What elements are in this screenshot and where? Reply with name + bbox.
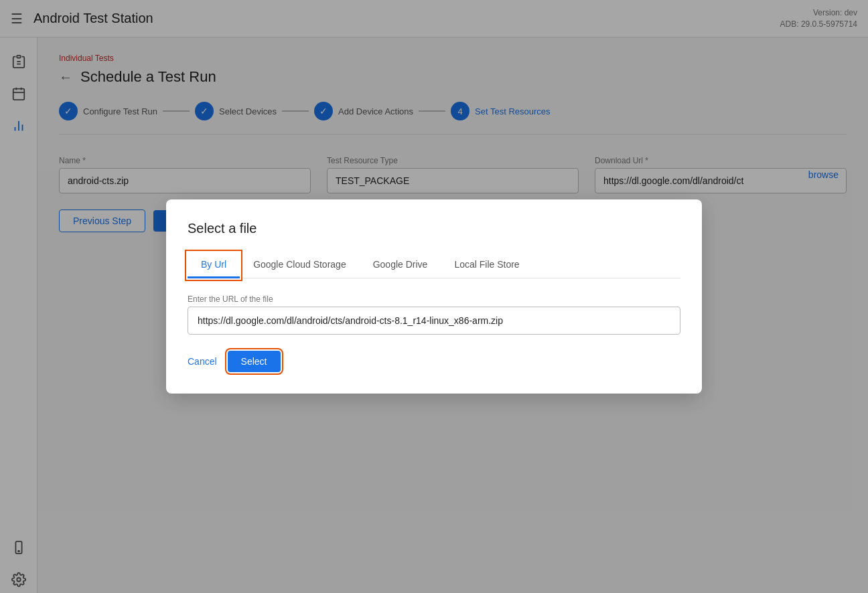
tab-local-file-store[interactable]: Local File Store <box>441 252 532 278</box>
dialog-title: Select a file <box>188 221 680 236</box>
dialog-cancel-button[interactable]: Cancel <box>188 356 217 367</box>
dialog: Select a file By Url Google Cloud Storag… <box>166 199 702 394</box>
url-field-wrapper: Enter the URL of the file <box>188 294 680 335</box>
tab-google-drive[interactable]: Google Drive <box>360 252 441 278</box>
tab-by-url[interactable]: By Url <box>188 252 240 278</box>
tab-google-cloud-storage[interactable]: Google Cloud Storage <box>240 252 360 278</box>
url-field-label: Enter the URL of the file <box>188 294 680 304</box>
dialog-tabs: By Url Google Cloud Storage Google Drive… <box>188 252 680 278</box>
dialog-button-row: Cancel Select <box>188 351 680 372</box>
dialog-select-button[interactable]: Select <box>228 351 281 372</box>
modal-overlay[interactable]: Select a file By Url Google Cloud Storag… <box>0 0 868 593</box>
url-field-input[interactable] <box>188 307 680 335</box>
